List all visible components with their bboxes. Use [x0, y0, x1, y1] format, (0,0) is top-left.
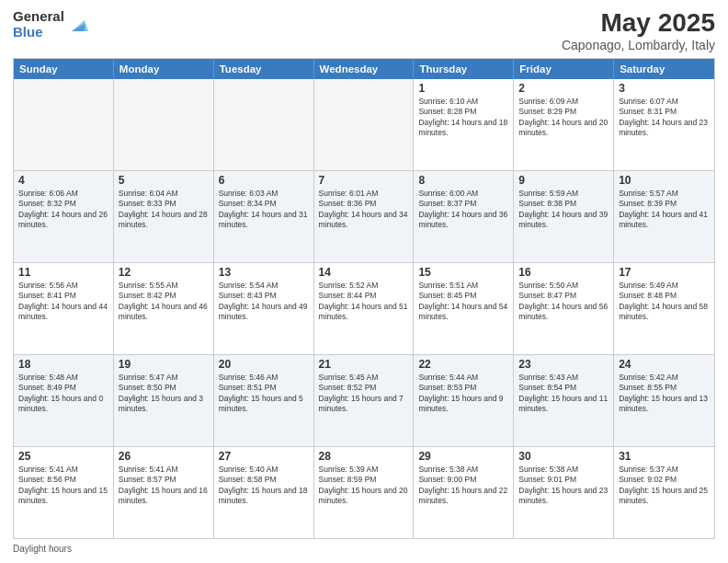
location: Caponago, Lombardy, Italy [562, 38, 715, 52]
day-info: Sunrise: 5:42 AMSunset: 8:55 PMDaylight:… [619, 373, 710, 415]
day-number: 11 [18, 266, 108, 279]
day-number: 7 [319, 174, 409, 187]
day-number: 19 [119, 358, 209, 371]
day-info: Sunrise: 6:04 AMSunset: 8:33 PMDaylight:… [119, 189, 209, 231]
calendar-cell [314, 79, 415, 170]
calendar-row: 1Sunrise: 6:10 AMSunset: 8:28 PMDaylight… [14, 79, 714, 171]
svg-marker-1 [72, 20, 88, 31]
calendar-cell: 8Sunrise: 6:00 AMSunset: 8:37 PMDaylight… [414, 171, 514, 262]
day-info: Sunrise: 5:54 AMSunset: 8:43 PMDaylight:… [219, 281, 309, 323]
day-info: Sunrise: 5:56 AMSunset: 8:41 PMDaylight:… [18, 281, 108, 323]
calendar-cell: 22Sunrise: 5:44 AMSunset: 8:53 PMDayligh… [414, 355, 514, 446]
day-info: Sunrise: 5:55 AMSunset: 8:42 PMDaylight:… [119, 281, 209, 323]
day-number: 27 [219, 450, 309, 463]
day-number: 17 [619, 266, 710, 279]
day-info: Sunrise: 6:03 AMSunset: 8:34 PMDaylight:… [219, 189, 309, 231]
day-info: Sunrise: 5:50 AMSunset: 8:47 PMDaylight:… [518, 281, 609, 323]
calendar-cell: 14Sunrise: 5:52 AMSunset: 8:44 PMDayligh… [314, 263, 415, 354]
calendar-cell: 16Sunrise: 5:50 AMSunset: 8:47 PMDayligh… [514, 263, 614, 354]
day-number: 14 [319, 266, 409, 279]
calendar-header-cell: Sunday [14, 59, 114, 79]
month-title: May 2025 [562, 9, 715, 38]
calendar-header-cell: Wednesday [314, 59, 415, 79]
calendar-cell: 1Sunrise: 6:10 AMSunset: 8:28 PMDaylight… [414, 79, 514, 170]
page: General Blue May 2025 Caponago, Lombardy… [0, 0, 728, 563]
day-info: Sunrise: 6:09 AMSunset: 8:29 PMDaylight:… [518, 97, 609, 139]
calendar-cell: 4Sunrise: 6:06 AMSunset: 8:32 PMDaylight… [14, 171, 114, 262]
header: General Blue May 2025 Caponago, Lombardy… [13, 9, 715, 52]
day-number: 10 [619, 174, 710, 187]
day-number: 20 [219, 358, 309, 371]
day-number: 1 [418, 82, 508, 95]
calendar-cell: 11Sunrise: 5:56 AMSunset: 8:41 PMDayligh… [14, 263, 114, 354]
day-number: 15 [418, 266, 508, 279]
calendar-cell: 9Sunrise: 5:59 AMSunset: 8:38 PMDaylight… [514, 171, 614, 262]
header-right: May 2025 Caponago, Lombardy, Italy [562, 9, 715, 52]
day-info: Sunrise: 6:07 AMSunset: 8:31 PMDaylight:… [619, 97, 710, 139]
day-number: 8 [418, 174, 508, 187]
day-number: 3 [619, 82, 710, 95]
day-number: 22 [418, 358, 508, 371]
calendar-row: 18Sunrise: 5:48 AMSunset: 8:49 PMDayligh… [14, 355, 714, 447]
calendar-header-cell: Tuesday [214, 59, 314, 79]
calendar-cell [114, 79, 214, 170]
day-info: Sunrise: 5:40 AMSunset: 8:58 PMDaylight:… [219, 465, 309, 507]
logo-general: General [13, 9, 64, 25]
calendar-cell: 28Sunrise: 5:39 AMSunset: 8:59 PMDayligh… [314, 447, 415, 538]
day-info: Sunrise: 5:49 AMSunset: 8:48 PMDaylight:… [619, 281, 710, 323]
calendar-cell: 7Sunrise: 6:01 AMSunset: 8:36 PMDaylight… [314, 171, 415, 262]
calendar-row: 25Sunrise: 5:41 AMSunset: 8:56 PMDayligh… [14, 447, 714, 538]
calendar-header-row: SundayMondayTuesdayWednesdayThursdayFrid… [14, 59, 714, 79]
day-number: 5 [119, 174, 209, 187]
day-info: Sunrise: 5:43 AMSunset: 8:54 PMDaylight:… [518, 373, 609, 415]
day-info: Sunrise: 5:38 AMSunset: 9:01 PMDaylight:… [518, 465, 609, 507]
day-number: 18 [18, 358, 108, 371]
day-number: 2 [518, 82, 609, 95]
day-number: 24 [619, 358, 710, 371]
calendar-cell: 5Sunrise: 6:04 AMSunset: 8:33 PMDaylight… [114, 171, 214, 262]
calendar-cell: 21Sunrise: 5:45 AMSunset: 8:52 PMDayligh… [314, 355, 415, 446]
calendar-header-cell: Saturday [614, 59, 714, 79]
day-info: Sunrise: 5:52 AMSunset: 8:44 PMDaylight:… [319, 281, 409, 323]
day-number: 29 [418, 450, 508, 463]
calendar-row: 4Sunrise: 6:06 AMSunset: 8:32 PMDaylight… [14, 171, 714, 263]
day-number: 4 [18, 174, 108, 187]
day-info: Sunrise: 5:37 AMSunset: 9:02 PMDaylight:… [619, 465, 710, 507]
day-number: 16 [518, 266, 609, 279]
calendar-cell [14, 79, 114, 170]
calendar-row: 11Sunrise: 5:56 AMSunset: 8:41 PMDayligh… [14, 263, 714, 355]
calendar-cell: 31Sunrise: 5:37 AMSunset: 9:02 PMDayligh… [614, 447, 714, 538]
day-info: Sunrise: 5:46 AMSunset: 8:51 PMDaylight:… [219, 373, 309, 415]
day-number: 6 [219, 174, 309, 187]
calendar-header-cell: Thursday [414, 59, 514, 79]
calendar-cell: 27Sunrise: 5:40 AMSunset: 8:58 PMDayligh… [214, 447, 314, 538]
day-number: 26 [119, 450, 209, 463]
calendar-cell: 23Sunrise: 5:43 AMSunset: 8:54 PMDayligh… [514, 355, 614, 446]
calendar-cell: 18Sunrise: 5:48 AMSunset: 8:49 PMDayligh… [14, 355, 114, 446]
calendar-cell: 25Sunrise: 5:41 AMSunset: 8:56 PMDayligh… [14, 447, 114, 538]
calendar: SundayMondayTuesdayWednesdayThursdayFrid… [13, 58, 715, 539]
calendar-cell: 30Sunrise: 5:38 AMSunset: 9:01 PMDayligh… [514, 447, 614, 538]
footer: Daylight hours [13, 544, 715, 554]
calendar-cell: 26Sunrise: 5:41 AMSunset: 8:57 PMDayligh… [114, 447, 214, 538]
day-number: 30 [518, 450, 609, 463]
day-number: 25 [18, 450, 108, 463]
logo-icon [68, 15, 88, 35]
day-info: Sunrise: 5:44 AMSunset: 8:53 PMDaylight:… [418, 373, 508, 415]
day-number: 23 [518, 358, 609, 371]
calendar-cell: 12Sunrise: 5:55 AMSunset: 8:42 PMDayligh… [114, 263, 214, 354]
logo: General Blue [13, 9, 88, 40]
calendar-cell [214, 79, 314, 170]
day-info: Sunrise: 5:41 AMSunset: 8:56 PMDaylight:… [18, 465, 108, 507]
calendar-cell: 10Sunrise: 5:57 AMSunset: 8:39 PMDayligh… [614, 171, 714, 262]
day-number: 13 [219, 266, 309, 279]
day-info: Sunrise: 6:01 AMSunset: 8:36 PMDaylight:… [319, 189, 409, 231]
calendar-cell: 24Sunrise: 5:42 AMSunset: 8:55 PMDayligh… [614, 355, 714, 446]
day-info: Sunrise: 6:06 AMSunset: 8:32 PMDaylight:… [18, 189, 108, 231]
calendar-cell: 6Sunrise: 6:03 AMSunset: 8:34 PMDaylight… [214, 171, 314, 262]
day-number: 28 [319, 450, 409, 463]
day-info: Sunrise: 5:38 AMSunset: 9:00 PMDaylight:… [418, 465, 508, 507]
day-info: Sunrise: 5:41 AMSunset: 8:57 PMDaylight:… [119, 465, 209, 507]
calendar-cell: 20Sunrise: 5:46 AMSunset: 8:51 PMDayligh… [214, 355, 314, 446]
day-info: Sunrise: 5:59 AMSunset: 8:38 PMDaylight:… [518, 189, 609, 231]
